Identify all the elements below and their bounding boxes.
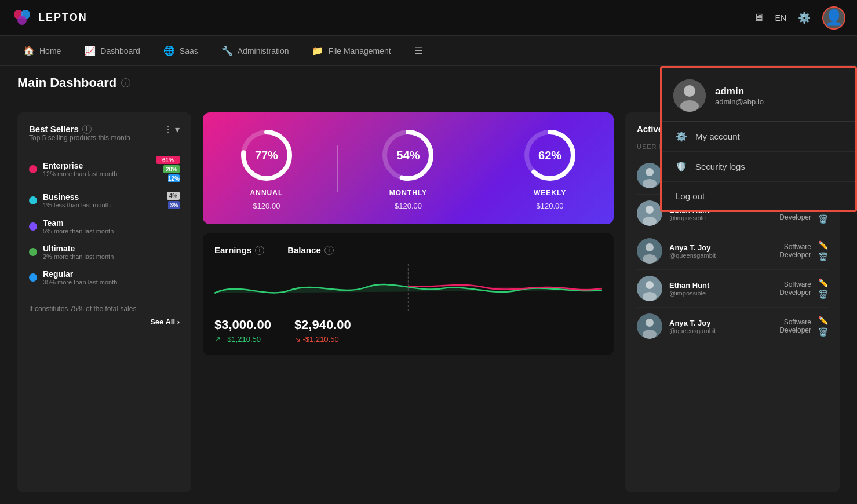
- earnings-up-arrow: ↗: [214, 335, 221, 344]
- earnings-header: Earnings i Balance i: [214, 245, 602, 255]
- svg-point-27: [680, 100, 699, 112]
- edit-ethan-hunt-2[interactable]: ✏️: [818, 278, 828, 287]
- logout-item[interactable]: Log out: [662, 182, 855, 210]
- user-dropdown-menu: admin admin@abp.io ⚙️ My account 🛡️ Secu…: [660, 66, 857, 212]
- seller-business: Business 1% less than last month 4% 3%: [29, 192, 180, 209]
- user-row-ethan-hunt-2: Ethan Hunt @impossible SoftwareDeveloper…: [637, 270, 828, 308]
- svg-point-12: [643, 179, 657, 188]
- ultimate-dot: [29, 248, 37, 256]
- security-logs-label: Security logs: [695, 162, 745, 171]
- svg-point-17: [646, 243, 654, 251]
- best-sellers-menu[interactable]: ⋮ ▾: [163, 124, 180, 135]
- edit-anya-joy-1[interactable]: ✏️: [818, 240, 828, 250]
- user-icon: 👤: [825, 9, 843, 27]
- dropdown-email: admin@abp.io: [715, 97, 764, 106]
- security-logs-item[interactable]: 🛡️ Security logs: [662, 152, 855, 182]
- delete-anya-joy-2[interactable]: 🗑️: [818, 327, 828, 337]
- weekly-circle: 62%: [521, 126, 579, 184]
- my-account-item[interactable]: ⚙️ My account: [662, 122, 855, 152]
- edit-anya-joy-2[interactable]: ✏️: [818, 316, 828, 325]
- nav-label-file-management: File Management: [328, 46, 391, 56]
- nav-item-file-management[interactable]: 📁 File Management: [312, 43, 391, 59]
- monthly-circle: 54%: [379, 126, 437, 184]
- earnings-title: Earnings i: [214, 245, 264, 255]
- middle-column: 77% ANNUAL $120.00 54% MONTHLY $120.00: [203, 112, 614, 492]
- nav-item-dashboard[interactable]: 📈 Dashboard: [84, 43, 140, 59]
- anya-joy-1-actions: ✏️ 🗑️: [818, 240, 828, 261]
- home-icon: 🏠: [23, 45, 35, 56]
- more-icon: ☰: [414, 45, 422, 56]
- security-logs-icon: 🛡️: [676, 161, 687, 172]
- svg-point-2: [17, 16, 27, 25]
- annual-value: $120.00: [253, 202, 280, 210]
- language-selector[interactable]: EN: [775, 13, 786, 23]
- seller-regular: Regular 35% more than last month: [29, 269, 180, 286]
- svg-point-21: [643, 292, 657, 301]
- nav-label-home: Home: [39, 46, 61, 56]
- best-sellers-title-area: Best Sellers i Top 5 selling products th…: [29, 124, 130, 152]
- svg-point-20: [646, 281, 654, 289]
- nav-item-saas[interactable]: 🌐 Saas: [163, 43, 198, 59]
- delete-ethan-hunt-1[interactable]: 🗑️: [818, 214, 828, 224]
- weekly-label: WEEKLY: [534, 189, 566, 197]
- business-bars: 4% 3%: [167, 192, 180, 209]
- anya-joy-2-avatar: [637, 313, 662, 339]
- best-sellers-card: Best Sellers i Top 5 selling products th…: [17, 112, 191, 492]
- dashboard-icon: 📈: [84, 45, 96, 56]
- monthly-pct: 54%: [396, 149, 420, 162]
- nav-label-administration: Administration: [238, 46, 289, 56]
- file-icon: 📁: [312, 45, 323, 56]
- monitor-icon[interactable]: 🖥: [753, 12, 764, 24]
- best-sellers-subtitle: Top 5 selling products this month: [29, 134, 130, 142]
- user-row-anya-joy-2: Anya T. Joy @queensgambit SoftwareDevelo…: [637, 308, 828, 345]
- logout-label: Log out: [676, 191, 705, 201]
- nav-label-saas: Saas: [180, 46, 198, 56]
- my-account-label: My account: [695, 132, 740, 141]
- ethan-hunt-2-details: Ethan Hunt @impossible: [669, 281, 772, 297]
- team-dot: [29, 222, 37, 231]
- user-row-anya-joy-1: Anya T. Joy @queensgambit SoftwareDevelo…: [637, 232, 828, 270]
- svg-point-11: [646, 168, 654, 176]
- svg-point-23: [646, 319, 654, 327]
- balance-info-icon: i: [324, 246, 334, 255]
- seller-team: Team 5% more than last month: [29, 218, 180, 235]
- nav-item-administration[interactable]: 🔧 Administration: [221, 43, 289, 59]
- balance-title: Balance i: [287, 245, 334, 255]
- anya-joy-1-role: SoftwareDeveloper: [779, 243, 811, 259]
- ethan-hunt-1-avatar: [637, 200, 662, 226]
- svg-point-15: [643, 217, 657, 226]
- anya-joy-2-role: SoftwareDeveloper: [779, 318, 811, 334]
- enterprise-dot: [29, 165, 37, 173]
- annual-label: ANNUAL: [250, 189, 283, 197]
- regular-dot: [29, 273, 37, 282]
- enterprise-info: Enterprise 12% more than last month: [43, 161, 151, 177]
- nav-item-home[interactable]: 🏠 Home: [23, 43, 61, 59]
- total-earnings: $3,000.00 ↗ +$1,210.50: [214, 317, 271, 344]
- monthly-metric: 54% MONTHLY $120.00: [379, 126, 437, 210]
- delete-anya-joy-1[interactable]: 🗑️: [818, 252, 828, 261]
- settings-icon[interactable]: ⚙️: [798, 12, 811, 24]
- logo-area: LEPTON: [12, 8, 753, 28]
- best-sellers-title: Best Sellers i: [29, 124, 130, 134]
- annual-pct: 77%: [255, 149, 278, 162]
- divider-2: [479, 145, 479, 192]
- seller-ultimate: Ultimate 2% more than last month: [29, 244, 180, 260]
- svg-point-18: [643, 254, 657, 264]
- weekly-value: $120.00: [537, 202, 564, 210]
- dropdown-username: admin: [715, 86, 764, 97]
- john-wick-avatar: [637, 163, 662, 188]
- best-sellers-info-icon: i: [82, 125, 92, 134]
- nav-label-dashboard: Dashboard: [100, 46, 140, 56]
- see-all-button[interactable]: See All ›: [150, 317, 180, 326]
- nav-item-more[interactable]: ☰: [414, 43, 422, 59]
- earnings-card: Earnings i Balance i: [203, 233, 614, 355]
- topbar-right: 🖥 EN ⚙️ 👤: [753, 6, 845, 30]
- admin-icon: 🔧: [221, 45, 233, 56]
- delete-ethan-hunt-2[interactable]: 🗑️: [818, 290, 828, 299]
- logo-text: LEPTON: [38, 12, 87, 24]
- anya-joy-2-details: Anya T. Joy @queensgambit: [669, 319, 772, 334]
- user-avatar-button[interactable]: 👤: [822, 6, 845, 30]
- weekly-metric: 62% WEEKLY $120.00: [521, 126, 579, 210]
- ethan-hunt-2-avatar: [637, 276, 662, 301]
- business-dot: [29, 196, 37, 204]
